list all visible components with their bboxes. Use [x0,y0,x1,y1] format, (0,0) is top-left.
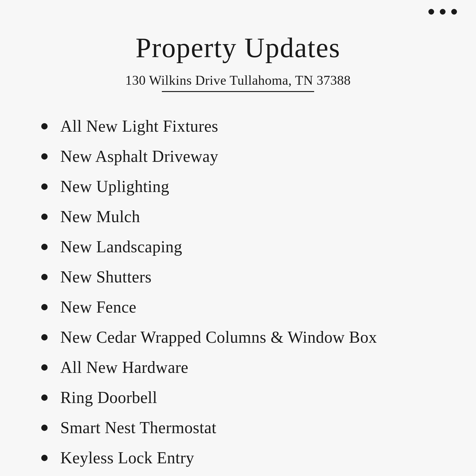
list-item: New Shutters [32,262,444,292]
bullet-icon [41,304,48,310]
list-item-label: New Asphalt Driveway [60,147,218,166]
list-item: New Fence [32,292,444,322]
list-item: Window Treatments [32,473,444,476]
bullet-icon [41,153,48,160]
list-item: New Mulch [32,202,444,232]
list-item-label: Keyless Lock Entry [60,448,194,467]
bullet-icon [41,214,48,220]
bullet-icon [41,364,48,371]
bullet-icon [41,274,48,280]
list-item: New Landscaping [32,232,444,262]
bullet-icon [41,334,48,340]
bullet-icon [41,425,48,431]
list-item-label: Ring Doorbell [60,388,157,407]
menu-dot-1[interactable] [428,9,434,15]
bullet-icon [41,244,48,250]
list-item: All New Hardware [32,352,444,382]
menu-dot-2[interactable] [440,9,446,15]
list-item-label: New Landscaping [60,237,182,256]
updates-list: All New Light FixturesNew Asphalt Drivew… [32,111,444,476]
dots-menu[interactable] [428,9,457,15]
bullet-icon [41,455,48,461]
list-item-label: New Shutters [60,268,152,286]
list-item-label: All New Hardware [60,358,188,377]
list-item: Ring Doorbell [32,382,444,413]
list-item-label: All New Light Fixtures [60,117,218,136]
list-item: New Uplighting [32,171,444,202]
address-underline [162,91,314,92]
list-item: New Cedar Wrapped Columns & Window Box [32,322,444,352]
menu-dot-3[interactable] [451,9,457,15]
list-item: Smart Nest Thermostat [32,413,444,443]
property-address: 130 Wilkins Drive Tullahoma, TN 37388 [125,73,351,88]
bullet-icon [41,394,48,401]
list-item-label: Smart Nest Thermostat [60,418,216,437]
bullet-icon [41,123,48,129]
list-item-label: New Cedar Wrapped Columns & Window Box [60,328,377,347]
page-container: Property Updates 130 Wilkins Drive Tulla… [0,0,476,476]
list-item: Keyless Lock Entry [32,443,444,473]
list-item-label: New Uplighting [60,177,169,196]
page-title: Property Updates [136,32,340,64]
bullet-icon [41,183,48,190]
list-item-label: New Fence [60,298,136,316]
content-area: Property Updates 130 Wilkins Drive Tulla… [25,13,451,476]
list-item-label: New Mulch [60,207,140,226]
list-item: All New Light Fixtures [32,111,444,141]
list-item: New Asphalt Driveway [32,141,444,171]
